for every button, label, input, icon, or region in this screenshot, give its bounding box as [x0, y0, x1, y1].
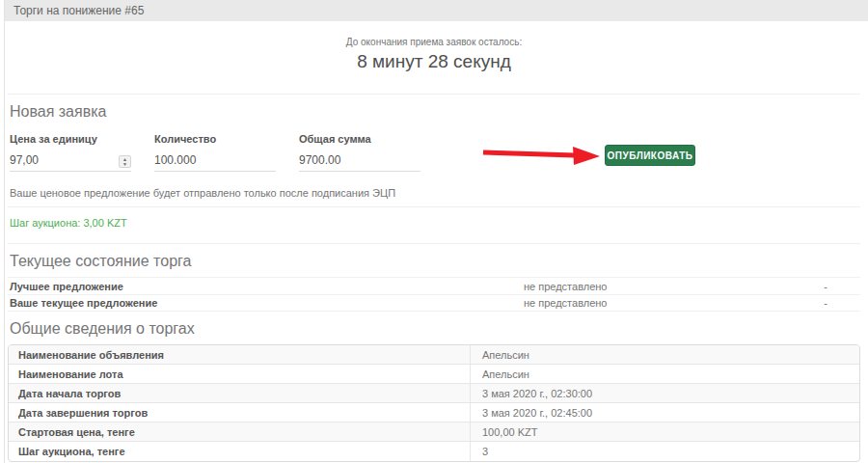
countdown-timer: 8 минут 28 секунд: [0, 51, 868, 72]
table-row: Наименование объявления Апельсин: [9, 345, 859, 365]
your-offer-label: Ваше текущее предложение: [8, 297, 514, 309]
auction-step-text: Шаг аукциона: 3,00 KZT: [10, 217, 127, 229]
current-state-heading: Текущее состояние торга: [10, 253, 191, 270]
countdown-block: До окончания приема заявок осталось: 8 м…: [0, 37, 868, 72]
quantity-input[interactable]: [154, 152, 276, 171]
page-titlebar: Торги на понижение #65: [5, 0, 868, 21]
divider-note: [8, 206, 860, 207]
divider-top: [8, 94, 860, 95]
price-per-unit-label: Цена за единицу: [10, 133, 131, 145]
your-offer-value: не представлено: [514, 297, 791, 309]
page-title: Торги на понижение #65: [14, 4, 144, 17]
table-row: Стартовая цена, тенге 100,00 KZT: [9, 422, 859, 442]
price-per-unit-input[interactable]: [10, 152, 131, 171]
best-offer-label: Лучшее предложение: [8, 281, 514, 292]
best-offer-extra: -: [791, 281, 860, 292]
auction-step-label: Шаг аукциона, тенге: [9, 446, 470, 457]
lot-name-label: Наименование лота: [9, 368, 470, 380]
start-price-label: Стартовая цена, тенге: [9, 426, 470, 438]
total-sum-label: Общая сумма: [299, 133, 420, 145]
end-date-value: 3 мая 2020 г., 02:45:00: [470, 403, 859, 422]
table-row: Ваше текущее предложение не представлено…: [8, 294, 860, 312]
price-per-unit-input-wrap: ▲▼: [10, 150, 131, 172]
best-offer-value: не представлено: [514, 281, 791, 292]
end-date-label: Дата завершения торгов: [9, 407, 470, 419]
quantity-label: Количество: [154, 133, 276, 145]
table-row: Шаг аукциона, тенге 3: [9, 442, 859, 461]
lot-name-value: Апельсин: [470, 365, 859, 383]
announcement-name-value: Апельсин: [470, 345, 859, 364]
countdown-label: До окончания приема заявок осталось:: [0, 37, 868, 47]
quantity-field: Количество: [154, 133, 276, 172]
announcement-name-label: Наименование объявления: [9, 349, 470, 361]
table-row: Дата начала торгов 3 мая 2020 г., 02:30:…: [9, 384, 859, 403]
start-date-value: 3 мая 2020 г., 02:30:00: [470, 384, 859, 402]
total-sum-input-wrap: [299, 150, 420, 172]
quantity-input-wrap: [154, 150, 276, 172]
divider-step: [8, 243, 860, 244]
price-per-unit-field: Цена за единицу ▲▼: [10, 133, 131, 172]
stepper-down-icon: ▼: [122, 162, 127, 167]
auction-step-value: 3: [470, 442, 859, 461]
publish-button[interactable]: ОПУБЛИКОВАТЬ: [605, 145, 695, 166]
red-arrow-annotation-icon: [480, 145, 602, 168]
current-state-table: Лучшее предложение не представлено - Ваш…: [8, 277, 860, 312]
table-row: Лучшее предложение не представлено -: [8, 277, 860, 294]
table-row: Дата завершения торгов 3 мая 2020 г., 02…: [9, 403, 859, 422]
general-info-heading: Общие сведения о торгах: [10, 320, 195, 338]
general-info-table: Наименование объявления Апельсин Наимено…: [8, 344, 860, 462]
total-sum-field: Общая сумма: [299, 133, 420, 172]
your-offer-extra: -: [791, 297, 860, 309]
ecp-note: Ваше ценовое предложение будет отправлен…: [10, 187, 395, 199]
total-sum-input[interactable]: [299, 152, 420, 171]
start-price-value: 100,00 KZT: [470, 422, 859, 441]
price-stepper-icon[interactable]: ▲▼: [119, 155, 131, 168]
table-row: Наименование лота Апельсин: [9, 365, 859, 384]
start-date-label: Дата начала торгов: [9, 388, 470, 399]
new-bid-heading: Новая заявка: [10, 103, 106, 121]
